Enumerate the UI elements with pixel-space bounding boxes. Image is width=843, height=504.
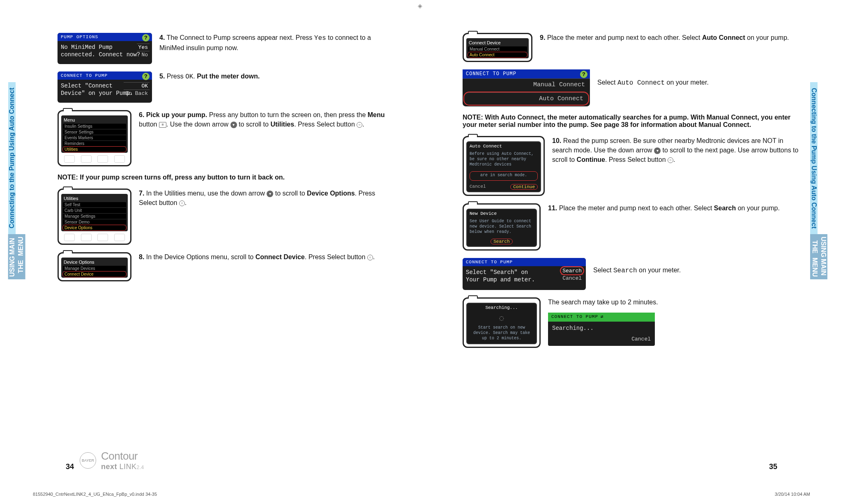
list-item: Manual Connect bbox=[468, 46, 527, 52]
step-10-text: 10. Read the pump screen. Be sure other … bbox=[552, 136, 799, 165]
step-4-text: 4. The Connect to Pump screens appear ne… bbox=[159, 33, 394, 53]
page-35: Connecting to the Pump Using Auto Connec… bbox=[422, 0, 843, 504]
meter-header: CONNECT TO PUMP⇄ bbox=[548, 313, 655, 322]
pump-connector-icon bbox=[63, 108, 73, 111]
list-item-selected: Auto Connect bbox=[468, 52, 527, 58]
step-9: Connect Device Manual Connect Auto Conne… bbox=[463, 33, 799, 62]
step-8-text: 8. In the Device Options menu, scroll to… bbox=[139, 252, 394, 262]
pump-connector-icon bbox=[468, 31, 478, 34]
pump-screenshot-device-options: Device Options Manage Devices Connect De… bbox=[58, 252, 131, 281]
step-11b-text: Select Search on your meter. bbox=[593, 258, 799, 276]
pump-screenshot-menu: Menu Insulin Settings Sensor Settings Ev… bbox=[58, 110, 131, 166]
spinner-icon: ◌ bbox=[467, 312, 536, 324]
step-7-text: 7. In the Utilities menu, use the down a… bbox=[139, 189, 394, 207]
step-9b: CONNECT TO PUMP ? Manual Connect Auto Co… bbox=[463, 69, 799, 106]
bayer-logo-icon: BAYER bbox=[80, 452, 96, 469]
list-item-selected: Utilities bbox=[63, 147, 126, 152]
down-arrow-icon: ▾ bbox=[267, 191, 273, 197]
step-6-text: 6. Pick up your pump. Press any button t… bbox=[139, 110, 394, 129]
meter-screenshot-connect-options: CONNECT TO PUMP ? Manual Connect Auto Co… bbox=[463, 69, 590, 106]
side-tab-right: Connecting to the Pump Using Auto Connec… bbox=[810, 82, 835, 324]
pump-screenshot-new-device: New Device See User Guide to connect new… bbox=[463, 203, 541, 251]
select-button-icon: ○ bbox=[668, 157, 673, 163]
pump-connector-icon bbox=[468, 295, 478, 299]
option-manual-connect: Manual Connect bbox=[463, 78, 590, 91]
list-item: Sensor Demo bbox=[63, 219, 126, 225]
step-5-text: 5. Press OK. Put the meter down. bbox=[159, 71, 394, 82]
pump-screenshot-connect-device: Connect Device Manual Connect Auto Conne… bbox=[463, 33, 532, 62]
page-footer: 35 bbox=[463, 463, 777, 471]
menu-button-icon: ≡ bbox=[159, 122, 166, 128]
pump-nav-buttons bbox=[61, 234, 128, 241]
tab-chapter-title: USING THE MAIN MENU bbox=[8, 234, 25, 279]
pump-connector-icon bbox=[63, 186, 73, 190]
help-icon: ? bbox=[142, 34, 150, 41]
list-item: Insulin Settings bbox=[63, 124, 126, 129]
tab-section-title: Connecting to the Pump Using Auto Connec… bbox=[8, 82, 16, 234]
tab-section-title: Connecting to the Pump Using Auto Connec… bbox=[810, 82, 818, 234]
meter-screenshot-pump-options: PUMP OPTIONS ? No MiniMed Pump connected… bbox=[58, 33, 152, 64]
step-5: CONNECT TO PUMP ? Select "Connect Device… bbox=[58, 71, 394, 103]
side-tab-left: Connecting to the Pump Using Auto Connec… bbox=[8, 82, 33, 324]
list-item-selected: Device Options bbox=[63, 225, 126, 230]
step-9b-text: Select Auto Connect on your meter. bbox=[597, 69, 799, 88]
step-11-text: 11. Place the meter and pump next to eac… bbox=[548, 203, 799, 213]
page-number: 35 bbox=[769, 463, 777, 471]
page-footer: 34 BAYER Contour next LINK2.4 bbox=[66, 450, 380, 471]
page-34: Connecting to the Pump Using Auto Connec… bbox=[0, 0, 422, 504]
step-4: PUMP OPTIONS ? No MiniMed Pump connected… bbox=[58, 33, 394, 64]
cancel-button: Cancel bbox=[470, 184, 486, 190]
meter-header: CONNECT TO PUMP bbox=[58, 71, 152, 80]
continue-button: Continue bbox=[510, 184, 538, 190]
select-button-icon: ○ bbox=[179, 200, 185, 206]
step-11b: CONNECT TO PUMP Select "Search" on Your … bbox=[463, 258, 799, 290]
step-12-text: The search may take up to 2 minutes. CON… bbox=[548, 297, 799, 346]
option-cancel: Cancel bbox=[561, 274, 583, 282]
meter-screenshot-search: CONNECT TO PUMP Select "Search" on Your … bbox=[463, 258, 586, 290]
pump-screenshot-utilities: Utilities Self Test Carb Unit Manage Set… bbox=[58, 189, 131, 245]
pump-connector-icon bbox=[468, 134, 478, 137]
page-content: PUMP OPTIONS ? No MiniMed Pump connected… bbox=[58, 33, 394, 281]
down-arrow-icon: ▾ bbox=[230, 122, 237, 128]
step-8: Device Options Manage Devices Connect De… bbox=[58, 252, 394, 281]
meter-screenshot-searching: CONNECT TO PUMP⇄ Searching... Cancel bbox=[548, 313, 655, 346]
pump-connector-icon bbox=[63, 250, 73, 253]
option-auto-connect: Auto Connect bbox=[464, 92, 588, 105]
meter-options: Yes No bbox=[137, 44, 150, 58]
page-number: 34 bbox=[66, 463, 74, 471]
pump-screenshot-searching: Searching... ◌ Start search on new devic… bbox=[463, 297, 541, 348]
list-item: Manage Settings bbox=[63, 214, 126, 219]
option-yes: Yes bbox=[137, 44, 150, 51]
step-6: Menu Insulin Settings Sensor Settings Ev… bbox=[58, 110, 394, 166]
list-item: Self Test bbox=[63, 202, 126, 208]
note-pump-screen-off: NOTE: If your pump screen turns off, pre… bbox=[58, 174, 394, 181]
pump-connector-icon bbox=[468, 201, 478, 205]
option-go-back: Go Back bbox=[124, 90, 150, 97]
help-icon: ? bbox=[142, 73, 150, 80]
print-slug-timestamp: 3/20/14 10:04 AM bbox=[775, 492, 810, 497]
option-search: Search bbox=[561, 267, 583, 274]
meter-header: PUMP OPTIONS bbox=[58, 33, 152, 41]
step-7: Utilities Self Test Carb Unit Manage Set… bbox=[58, 189, 394, 245]
meter-header: CONNECT TO PUMP bbox=[463, 69, 590, 78]
list-item: Reminders bbox=[63, 141, 126, 147]
tab-chapter-title: USING THE MAIN MENU bbox=[810, 234, 827, 279]
page-content: Connect Device Manual Connect Auto Conne… bbox=[463, 33, 799, 348]
step-10: Auto Connect Before using Auto Connect, … bbox=[463, 136, 799, 196]
list-item: Carb Unit bbox=[63, 208, 126, 214]
option-no: No bbox=[137, 51, 150, 58]
pump-screenshot-auto-connect: Auto Connect Before using Auto Connect, … bbox=[463, 136, 545, 196]
step-12: Searching... ◌ Start search on new devic… bbox=[463, 297, 799, 348]
select-button-icon: ○ bbox=[367, 255, 373, 260]
sync-icon: ⇄ bbox=[601, 314, 604, 320]
meter-header: CONNECT TO PUMP bbox=[463, 258, 586, 266]
step-11: New Device See User Guide to connect new… bbox=[463, 203, 799, 251]
down-arrow-icon: ▾ bbox=[654, 147, 661, 154]
step-9-text: 9. Place the meter and pump next to each… bbox=[540, 33, 799, 42]
meter-options: OK Go Back bbox=[124, 82, 150, 97]
pump-nav-buttons bbox=[61, 155, 128, 163]
spread: Connecting to the Pump Using Auto Connec… bbox=[0, 0, 843, 504]
select-button-icon: ○ bbox=[357, 122, 362, 128]
list-item: Manage Devices bbox=[63, 266, 126, 272]
option-ok: OK bbox=[124, 82, 150, 90]
